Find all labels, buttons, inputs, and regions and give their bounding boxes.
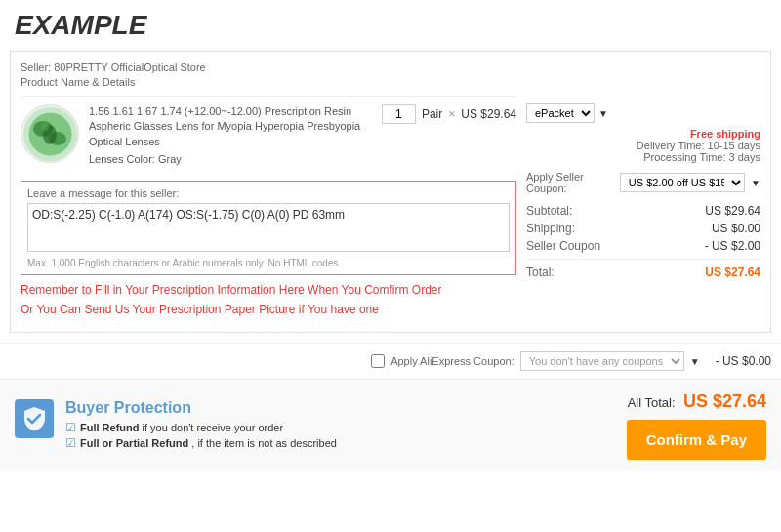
reminder-text-1: Remember to Fill in Your Prescription In…: [21, 283, 516, 297]
all-total-row: All Total: US $27.64: [628, 391, 766, 412]
protection-item-2: ☑ Full or Partial Refund , if the item i…: [65, 436, 337, 450]
message-hint: Max. 1,000 English characters or Arabic …: [27, 258, 510, 268]
seller-coupon-row: Seller Coupon - US $2.00: [526, 237, 760, 255]
product-qty-price: Pair × US $29.64: [382, 104, 516, 124]
total-label: Total:: [526, 266, 555, 279]
coupon-row: Apply Seller Coupon: US $2.00 off US $15…: [526, 171, 760, 194]
qty-unit: Pair: [422, 107, 442, 121]
total-row: Total: US $27.64: [526, 264, 760, 281]
product-name: 1.56 1.61 1.67 1.74 (+12.00~-12.00) Pres…: [89, 104, 372, 149]
product-color: Lenses Color: Gray: [89, 153, 372, 165]
multiply-sign: ×: [448, 107, 455, 121]
reminder-text-2: Or You Can Send Us Your Prescription Pap…: [21, 303, 516, 316]
seller-name: 80PRETTY OfficialOptical Store: [54, 61, 206, 73]
ali-coupon-value: - US $0.00: [716, 354, 771, 368]
message-section: Leave a message for this seller: Max. 1,…: [21, 181, 516, 275]
summary-table: Subtotal: US $29.64 Shipping: US $0.00 S…: [526, 202, 760, 281]
total-value: US $27.64: [705, 266, 760, 279]
coupon-label: Apply Seller Coupon:: [526, 171, 614, 194]
quantity-input[interactable]: [382, 104, 416, 124]
message-textarea[interactable]: [27, 203, 510, 252]
ali-coupon-label: Apply AliExpress Coupon:: [390, 355, 514, 367]
shipping-summary-value: US $0.00: [712, 222, 760, 235]
shipping-select[interactable]: ePacket: [526, 103, 595, 123]
product-image: [21, 104, 79, 163]
shield-icon: [15, 399, 54, 438]
seller-info: Seller: 80PRETTY OfficialOptical Store: [21, 61, 760, 73]
shipping-method-row: ePacket ▼: [526, 103, 760, 123]
shipping-row: Shipping: US $0.00: [526, 220, 760, 237]
subtotal-row: Subtotal: US $29.64: [526, 202, 760, 220]
buyer-protection: Buyer Protection ☑ Full Refund if you do…: [15, 399, 337, 453]
check-icon-1: ☑: [65, 421, 76, 434]
color-value: Gray: [158, 153, 182, 165]
color-label: Lenses Color:: [89, 153, 155, 165]
shipping-summary-label: Shipping:: [526, 222, 575, 235]
coupon-dropdown-icon: ▼: [751, 178, 760, 188]
bottom-section: Buyer Protection ☑ Full Refund if you do…: [0, 379, 781, 471]
coupon-select[interactable]: US $2.00 off US $15.00: [620, 173, 745, 192]
processing-time: Processing Time: 3 days: [526, 151, 760, 163]
order-total-section: All Total: US $27.64 Confirm & Pay: [627, 391, 766, 460]
refund-bold-1: Full Refund: [80, 422, 140, 433]
refund-bold-2: Full or Partial Refund: [80, 437, 188, 449]
subtotal-value: US $29.64: [705, 204, 760, 218]
ali-coupon-dropdown-icon: ▼: [690, 356, 700, 367]
confirm-pay-button[interactable]: Confirm & Pay: [627, 420, 766, 460]
check-icon-2: ☑: [65, 436, 76, 450]
all-total-value: US $27.64: [683, 391, 766, 411]
refund-text-1: if you don't receive your order: [140, 422, 284, 433]
ali-coupon-checkbox[interactable]: [371, 354, 385, 368]
protection-item-1-text: Full Refund if you don't receive your or…: [80, 421, 283, 434]
svg-point-5: [41, 123, 49, 131]
protection-item-1: ☑ Full Refund if you don't receive your …: [65, 421, 337, 434]
free-shipping-label: Free shipping: [526, 128, 760, 140]
ali-coupon-select[interactable]: You don't have any coupons: [520, 351, 684, 371]
delivery-time: Delivery Time: 10-15 days: [526, 140, 760, 151]
protection-item-2-text: Full or Partial Refund , if the item is …: [80, 436, 337, 450]
shipping-dropdown-icon: ▼: [598, 108, 608, 119]
protection-text: Buyer Protection ☑ Full Refund if you do…: [65, 399, 337, 453]
seller-coupon-label: Seller Coupon: [526, 239, 600, 253]
product-section-label: Product Name & Details: [21, 76, 760, 88]
page-title: EXAMPLE: [15, 10, 766, 41]
product-details: 1.56 1.61 1.67 1.74 (+12.00~-12.00) Pres…: [89, 104, 372, 165]
message-label: Leave a message for this seller:: [27, 187, 510, 199]
product-price: US $29.64: [461, 107, 516, 121]
seller-coupon-value: - US $2.00: [705, 239, 760, 253]
seller-label: Seller:: [21, 61, 51, 73]
subtotal-label: Subtotal:: [526, 204, 572, 218]
all-total-label: All Total:: [628, 395, 676, 410]
refund-text-2: , if the item is not as described: [188, 437, 337, 449]
protection-title: Buyer Protection: [65, 399, 337, 417]
ali-coupon-section: Apply AliExpress Coupon: You don't have …: [0, 343, 781, 379]
